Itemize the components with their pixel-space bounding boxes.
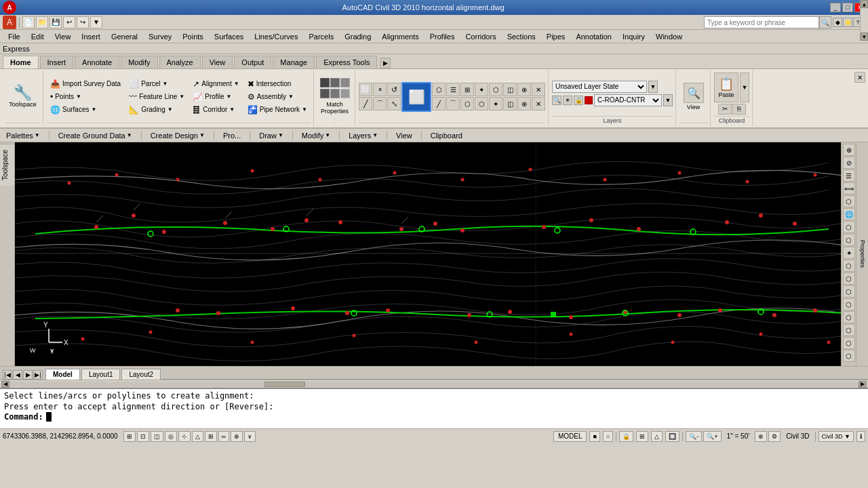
rt-btn-11[interactable]: ⬡ bbox=[843, 272, 855, 285]
rt-btn-3[interactable]: ☰ bbox=[843, 169, 855, 182]
layers-sub-group[interactable]: Layers ▼ bbox=[345, 130, 381, 141]
menu-general[interactable]: General bbox=[106, 31, 143, 42]
draw-tool-21[interactable]: ⊕ bbox=[517, 97, 531, 110]
rt-btn-2[interactable]: ⊘ bbox=[843, 157, 855, 169]
properties-tab[interactable]: Properties bbox=[859, 240, 866, 268]
menu-sections[interactable]: Sections bbox=[502, 31, 541, 42]
tab-view[interactable]: View bbox=[202, 56, 233, 68]
minimize-button[interactable]: _ bbox=[830, 3, 841, 12]
tab-model[interactable]: Model bbox=[45, 369, 80, 380]
scroll-track[interactable] bbox=[9, 382, 859, 387]
menu-file[interactable]: File bbox=[3, 31, 26, 42]
draw-tool-12[interactable]: ◫ bbox=[503, 83, 517, 96]
draw-tool-7[interactable]: ⬡ bbox=[432, 83, 446, 96]
match-properties-button[interactable]: MatchProperties bbox=[317, 100, 352, 116]
menu-lines-curves[interactable]: Lines/Curves bbox=[249, 31, 303, 42]
drawing-canvas[interactable]: X Y W X Y bbox=[15, 142, 841, 366]
draw-tool-1[interactable]: ⬜ bbox=[359, 83, 372, 96]
grading-button[interactable]: 📐 Grading ▼ bbox=[125, 104, 188, 116]
import-survey-button[interactable]: 📥 Import Survey Data bbox=[47, 78, 124, 90]
zoom-out-btn[interactable]: 🔍- bbox=[686, 431, 702, 442]
menu-window[interactable]: Window bbox=[650, 31, 688, 42]
snap-btn[interactable]: ⊞ bbox=[123, 431, 136, 442]
search-input[interactable] bbox=[704, 16, 819, 28]
menu-parcels[interactable]: Parcels bbox=[303, 31, 339, 42]
sc-btn[interactable]: ∨ bbox=[244, 431, 256, 442]
draw-tool-3[interactable]: ↺ bbox=[387, 83, 401, 96]
rt-btn-14[interactable]: ⬡ bbox=[843, 311, 855, 323]
osnap-btn[interactable]: ⊹ bbox=[178, 431, 191, 442]
view-button[interactable]: 🔍 bbox=[684, 83, 704, 103]
profile-button[interactable]: 📈 Profile ▼ bbox=[189, 91, 242, 103]
draw-tool-19[interactable]: ✦ bbox=[489, 97, 502, 110]
layer-state-more[interactable]: ▼ bbox=[648, 81, 658, 93]
draw-tool-14[interactable]: ✕ bbox=[532, 83, 545, 96]
menu-insert[interactable]: Insert bbox=[76, 31, 106, 42]
layer-lock-icon[interactable]: 🔒 bbox=[574, 96, 583, 105]
view-sub-group[interactable]: View bbox=[393, 130, 416, 141]
intersection-button[interactable]: ✖ Intersection bbox=[244, 78, 311, 90]
create-design-group[interactable]: Create Design ▼ bbox=[147, 130, 208, 141]
surfaces-button[interactable]: 🌐 Surfaces ▼ bbox=[47, 104, 124, 116]
express-label[interactable]: Express bbox=[3, 45, 30, 53]
scroll-left[interactable]: ◀ bbox=[1, 381, 9, 388]
toolspace-button[interactable]: 🔧 Toolspace bbox=[5, 83, 40, 110]
draw-tool-18[interactable]: ⬡ bbox=[475, 97, 488, 110]
menu-surfaces[interactable]: Surfaces bbox=[209, 31, 249, 42]
points-button[interactable]: • Points ▼ bbox=[47, 91, 124, 103]
tab-nav-prev-first[interactable]: |◀ bbox=[3, 370, 12, 380]
search-option-2[interactable]: ⭐ bbox=[843, 18, 852, 27]
feature-line-button[interactable]: 〰 Feature Line ▼ bbox=[125, 91, 188, 103]
app-status-btn[interactable]: Civil 3D ▼ bbox=[818, 431, 854, 442]
menu-edit[interactable]: Edit bbox=[26, 31, 50, 42]
info-btn[interactable]: ℹ bbox=[856, 431, 865, 442]
tab-nav-next[interactable]: ▶ bbox=[23, 370, 33, 380]
ducs-btn[interactable]: ⊞ bbox=[205, 431, 217, 442]
menu-grading[interactable]: Grading bbox=[339, 31, 376, 42]
rt-btn-8[interactable]: ⬡ bbox=[843, 234, 855, 246]
draw-tool-15[interactable]: ╱ bbox=[432, 97, 446, 110]
qa-new[interactable]: 📄 bbox=[22, 16, 35, 28]
tab-video[interactable]: ▶ bbox=[380, 58, 391, 68]
model-btn[interactable]: MODEL bbox=[553, 431, 587, 442]
rt-btn-17[interactable]: ⬡ bbox=[843, 350, 855, 362]
draw-tool-22[interactable]: ✕ bbox=[532, 97, 545, 110]
alignment-button[interactable]: ↗ Alignment ▼ bbox=[189, 78, 242, 90]
palettes-group[interactable]: Palettes ▼ bbox=[3, 130, 43, 141]
rt-btn-13[interactable]: ⬡ bbox=[843, 298, 855, 310]
draw-tool-6[interactable]: ⤡ bbox=[387, 97, 401, 110]
corridor-button[interactable]: 🛤 Corridor ▼ bbox=[189, 104, 242, 116]
pipe-network-button[interactable]: 🚰 Pipe Network ▼ bbox=[244, 104, 311, 116]
current-layer-dropdown[interactable]: C-ROAD-CNTR bbox=[594, 94, 662, 106]
layer-search-icon[interactable]: 🔍 bbox=[552, 96, 561, 105]
rt-btn-15[interactable]: ⬡ bbox=[843, 324, 855, 336]
polar-btn[interactable]: ◎ bbox=[165, 431, 177, 442]
rt-btn-4[interactable]: ⟺ bbox=[843, 182, 855, 195]
menu-corridors[interactable]: Corridors bbox=[460, 31, 501, 42]
tab-manage[interactable]: Manage bbox=[273, 56, 315, 68]
status-btn-4[interactable]: 🔲 bbox=[665, 431, 679, 442]
parcel-button[interactable]: ⬜ Parcel ▼ bbox=[125, 78, 188, 90]
workspace-gear[interactable]: ⚙ bbox=[768, 431, 781, 442]
menu-annotation[interactable]: Annotation bbox=[570, 31, 617, 42]
tab-annotate[interactable]: Annotate bbox=[75, 56, 119, 68]
layer-more-icon[interactable]: ▼ bbox=[663, 94, 673, 106]
tab-home[interactable]: Home bbox=[3, 56, 39, 68]
tab-analyze[interactable]: Analyze bbox=[159, 56, 201, 68]
menu-alignments[interactable]: Alignments bbox=[376, 31, 424, 42]
paste-button[interactable]: 📋 Paste bbox=[714, 73, 738, 102]
copy-button[interactable]: ⎘ bbox=[732, 104, 746, 115]
qp-btn[interactable]: ⊕ bbox=[231, 431, 243, 442]
menu-inquiry[interactable]: Inquiry bbox=[617, 31, 650, 42]
draw-tool-8[interactable]: ☰ bbox=[446, 83, 460, 96]
qa-open[interactable]: 📁 bbox=[36, 16, 48, 28]
vp-lock[interactable]: ■ bbox=[589, 431, 599, 442]
tab-output[interactable]: Output bbox=[234, 56, 271, 68]
tab-nav-next-last[interactable]: ▶| bbox=[33, 370, 43, 380]
rt-btn-7[interactable]: ⬡ bbox=[843, 221, 855, 233]
rt-btn-9[interactable]: ✦ bbox=[843, 247, 855, 259]
layer-state-dropdown[interactable]: Unsaved Layer State bbox=[552, 81, 647, 93]
lineweight-btn[interactable]: ═ bbox=[218, 431, 229, 442]
draw-tool-9[interactable]: ⊞ bbox=[460, 83, 474, 96]
draw-tool-4[interactable]: ╱ bbox=[359, 97, 372, 110]
